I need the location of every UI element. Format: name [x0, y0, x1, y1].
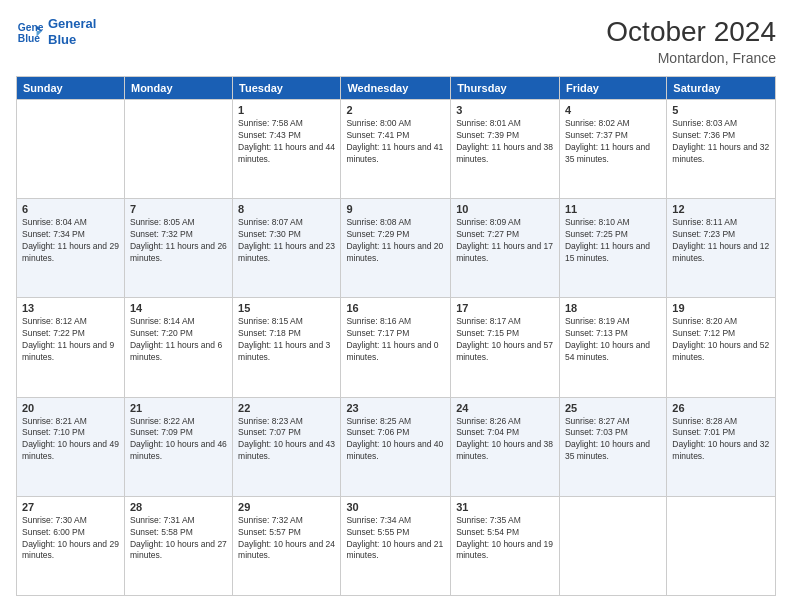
calendar-cell-3-1: 21 Sunrise: 8:22 AMSunset: 7:09 PMDaylig… [124, 397, 232, 496]
day-number: 28 [130, 501, 227, 513]
day-number: 6 [22, 203, 119, 215]
day-number: 17 [456, 302, 554, 314]
day-number: 25 [565, 402, 661, 414]
day-number: 23 [346, 402, 445, 414]
week-row-3: 20 Sunrise: 8:21 AMSunset: 7:10 PMDaylig… [17, 397, 776, 496]
day-number: 2 [346, 104, 445, 116]
calendar-cell-2-2: 15 Sunrise: 8:15 AMSunset: 7:18 PMDaylig… [233, 298, 341, 397]
day-number: 4 [565, 104, 661, 116]
day-info: Sunrise: 7:32 AMSunset: 5:57 PMDaylight:… [238, 515, 335, 563]
logo-text: General Blue [48, 16, 96, 47]
day-number: 27 [22, 501, 119, 513]
day-number: 1 [238, 104, 335, 116]
calendar-cell-2-0: 13 Sunrise: 8:12 AMSunset: 7:22 PMDaylig… [17, 298, 125, 397]
calendar-table: Sunday Monday Tuesday Wednesday Thursday… [16, 76, 776, 596]
calendar-cell-4-5 [559, 496, 666, 595]
calendar-cell-2-1: 14 Sunrise: 8:14 AMSunset: 7:20 PMDaylig… [124, 298, 232, 397]
calendar-cell-1-2: 8 Sunrise: 8:07 AMSunset: 7:30 PMDayligh… [233, 199, 341, 298]
calendar-cell-2-3: 16 Sunrise: 8:16 AMSunset: 7:17 PMDaylig… [341, 298, 451, 397]
header-friday: Friday [559, 77, 666, 100]
calendar-cell-1-3: 9 Sunrise: 8:08 AMSunset: 7:29 PMDayligh… [341, 199, 451, 298]
day-info: Sunrise: 8:21 AMSunset: 7:10 PMDaylight:… [22, 416, 119, 464]
day-info: Sunrise: 7:35 AMSunset: 5:54 PMDaylight:… [456, 515, 554, 563]
weekday-header-row: Sunday Monday Tuesday Wednesday Thursday… [17, 77, 776, 100]
day-info: Sunrise: 8:10 AMSunset: 7:25 PMDaylight:… [565, 217, 661, 265]
day-number: 16 [346, 302, 445, 314]
day-number: 10 [456, 203, 554, 215]
header-monday: Monday [124, 77, 232, 100]
header-tuesday: Tuesday [233, 77, 341, 100]
calendar-cell-3-3: 23 Sunrise: 8:25 AMSunset: 7:06 PMDaylig… [341, 397, 451, 496]
calendar-cell-0-4: 3 Sunrise: 8:01 AMSunset: 7:39 PMDayligh… [451, 100, 560, 199]
day-number: 24 [456, 402, 554, 414]
day-info: Sunrise: 8:16 AMSunset: 7:17 PMDaylight:… [346, 316, 445, 364]
day-info: Sunrise: 8:26 AMSunset: 7:04 PMDaylight:… [456, 416, 554, 464]
day-info: Sunrise: 7:30 AMSunset: 6:00 PMDaylight:… [22, 515, 119, 563]
day-info: Sunrise: 8:09 AMSunset: 7:27 PMDaylight:… [456, 217, 554, 265]
day-info: Sunrise: 7:31 AMSunset: 5:58 PMDaylight:… [130, 515, 227, 563]
header-wednesday: Wednesday [341, 77, 451, 100]
calendar-cell-4-0: 27 Sunrise: 7:30 AMSunset: 6:00 PMDaylig… [17, 496, 125, 595]
day-number: 11 [565, 203, 661, 215]
calendar-cell-4-3: 30 Sunrise: 7:34 AMSunset: 5:55 PMDaylig… [341, 496, 451, 595]
day-info: Sunrise: 7:34 AMSunset: 5:55 PMDaylight:… [346, 515, 445, 563]
calendar-cell-3-5: 25 Sunrise: 8:27 AMSunset: 7:03 PMDaylig… [559, 397, 666, 496]
header: General Blue General Blue October 2024 M… [16, 16, 776, 66]
title-block: October 2024 Montardon, France [606, 16, 776, 66]
calendar-cell-1-0: 6 Sunrise: 8:04 AMSunset: 7:34 PMDayligh… [17, 199, 125, 298]
day-info: Sunrise: 8:05 AMSunset: 7:32 PMDaylight:… [130, 217, 227, 265]
day-info: Sunrise: 8:00 AMSunset: 7:41 PMDaylight:… [346, 118, 445, 166]
week-row-4: 27 Sunrise: 7:30 AMSunset: 6:00 PMDaylig… [17, 496, 776, 595]
day-number: 14 [130, 302, 227, 314]
day-info: Sunrise: 8:23 AMSunset: 7:07 PMDaylight:… [238, 416, 335, 464]
calendar-cell-0-1 [124, 100, 232, 199]
calendar-cell-2-6: 19 Sunrise: 8:20 AMSunset: 7:12 PMDaylig… [667, 298, 776, 397]
day-number: 19 [672, 302, 770, 314]
calendar-cell-4-6 [667, 496, 776, 595]
calendar-cell-0-0 [17, 100, 125, 199]
calendar-cell-1-6: 12 Sunrise: 8:11 AMSunset: 7:23 PMDaylig… [667, 199, 776, 298]
day-info: Sunrise: 8:20 AMSunset: 7:12 PMDaylight:… [672, 316, 770, 364]
header-thursday: Thursday [451, 77, 560, 100]
month-title: October 2024 [606, 16, 776, 48]
calendar-cell-0-3: 2 Sunrise: 8:00 AMSunset: 7:41 PMDayligh… [341, 100, 451, 199]
day-number: 5 [672, 104, 770, 116]
day-info: Sunrise: 8:04 AMSunset: 7:34 PMDaylight:… [22, 217, 119, 265]
day-number: 30 [346, 501, 445, 513]
logo: General Blue General Blue [16, 16, 96, 47]
day-number: 12 [672, 203, 770, 215]
day-info: Sunrise: 8:27 AMSunset: 7:03 PMDaylight:… [565, 416, 661, 464]
day-info: Sunrise: 8:17 AMSunset: 7:15 PMDaylight:… [456, 316, 554, 364]
calendar-cell-3-2: 22 Sunrise: 8:23 AMSunset: 7:07 PMDaylig… [233, 397, 341, 496]
day-number: 7 [130, 203, 227, 215]
day-number: 9 [346, 203, 445, 215]
day-info: Sunrise: 8:03 AMSunset: 7:36 PMDaylight:… [672, 118, 770, 166]
location-subtitle: Montardon, France [606, 50, 776, 66]
day-info: Sunrise: 8:08 AMSunset: 7:29 PMDaylight:… [346, 217, 445, 265]
day-number: 13 [22, 302, 119, 314]
calendar-cell-2-4: 17 Sunrise: 8:17 AMSunset: 7:15 PMDaylig… [451, 298, 560, 397]
week-row-0: 1 Sunrise: 7:58 AMSunset: 7:43 PMDayligh… [17, 100, 776, 199]
day-number: 15 [238, 302, 335, 314]
calendar-cell-0-5: 4 Sunrise: 8:02 AMSunset: 7:37 PMDayligh… [559, 100, 666, 199]
calendar-cell-3-4: 24 Sunrise: 8:26 AMSunset: 7:04 PMDaylig… [451, 397, 560, 496]
calendar-cell-0-2: 1 Sunrise: 7:58 AMSunset: 7:43 PMDayligh… [233, 100, 341, 199]
calendar-cell-4-1: 28 Sunrise: 7:31 AMSunset: 5:58 PMDaylig… [124, 496, 232, 595]
header-saturday: Saturday [667, 77, 776, 100]
day-info: Sunrise: 7:58 AMSunset: 7:43 PMDaylight:… [238, 118, 335, 166]
week-row-2: 13 Sunrise: 8:12 AMSunset: 7:22 PMDaylig… [17, 298, 776, 397]
calendar-cell-1-1: 7 Sunrise: 8:05 AMSunset: 7:32 PMDayligh… [124, 199, 232, 298]
header-sunday: Sunday [17, 77, 125, 100]
day-info: Sunrise: 8:11 AMSunset: 7:23 PMDaylight:… [672, 217, 770, 265]
day-number: 18 [565, 302, 661, 314]
day-info: Sunrise: 8:12 AMSunset: 7:22 PMDaylight:… [22, 316, 119, 364]
day-info: Sunrise: 8:07 AMSunset: 7:30 PMDaylight:… [238, 217, 335, 265]
day-info: Sunrise: 8:02 AMSunset: 7:37 PMDaylight:… [565, 118, 661, 166]
day-info: Sunrise: 8:01 AMSunset: 7:39 PMDaylight:… [456, 118, 554, 166]
calendar-cell-4-2: 29 Sunrise: 7:32 AMSunset: 5:57 PMDaylig… [233, 496, 341, 595]
calendar-cell-2-5: 18 Sunrise: 8:19 AMSunset: 7:13 PMDaylig… [559, 298, 666, 397]
day-number: 20 [22, 402, 119, 414]
day-number: 8 [238, 203, 335, 215]
calendar-cell-1-4: 10 Sunrise: 8:09 AMSunset: 7:27 PMDaylig… [451, 199, 560, 298]
calendar-cell-4-4: 31 Sunrise: 7:35 AMSunset: 5:54 PMDaylig… [451, 496, 560, 595]
